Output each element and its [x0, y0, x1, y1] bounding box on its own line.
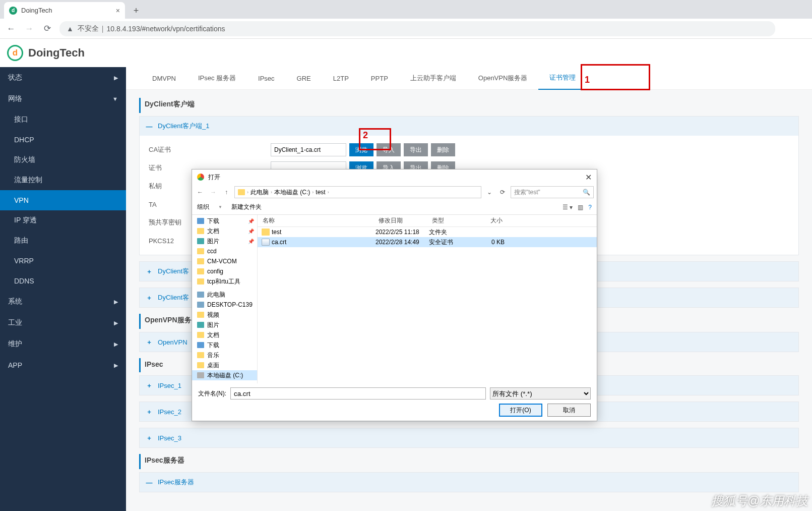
- tree-node[interactable]: 桌面: [192, 360, 257, 370]
- collapse-icon[interactable]: —: [146, 479, 153, 486]
- new-folder-button[interactable]: 新建文件夹: [231, 203, 262, 211]
- tree-node[interactable]: DESKTOP-C139: [192, 300, 257, 310]
- nav-back-icon[interactable]: ←: [195, 189, 205, 196]
- column-headers[interactable]: 名称 修改日期 类型 大小: [258, 215, 597, 227]
- file-date: 2022/2/28 14:49: [376, 239, 429, 246]
- action-button[interactable]: 导出: [404, 143, 428, 156]
- forward-icon[interactable]: →: [23, 24, 35, 34]
- tree-label: 文档: [207, 331, 219, 339]
- browser-tab[interactable]: d DoingTech ×: [4, 2, 125, 19]
- expand-icon[interactable]: +: [146, 294, 153, 302]
- folder-icon: [262, 229, 270, 236]
- sidebar-item[interactable]: VPN: [0, 190, 126, 210]
- breadcrumb-segment[interactable]: 此电脑: [251, 188, 269, 197]
- tree-node[interactable]: config: [192, 266, 257, 276]
- main-tab[interactable]: IPsec 服务器: [187, 67, 247, 90]
- folder-icon: [197, 312, 204, 318]
- tree-node[interactable]: 图片📌: [192, 236, 257, 246]
- url-input[interactable]: ▲ 不安全 | 10.8.4.193/#network/vpn/certific…: [59, 21, 775, 36]
- sidebar-group[interactable]: 系统▶: [0, 291, 126, 312]
- panel-ipsec-server-head[interactable]: — IPsec服务器: [140, 473, 798, 492]
- col-size[interactable]: 大小: [476, 216, 507, 225]
- folder-tree[interactable]: 下载📌文档📌图片📌ccdCM-VCOMconfigtcp和rtu工具此电脑DES…: [192, 215, 258, 383]
- panel-dyclient-1-head[interactable]: — DyClient客户端_1: [140, 117, 798, 136]
- tree-node[interactable]: 图片: [192, 320, 257, 330]
- sidebar-item[interactable]: 防火墙: [0, 150, 126, 170]
- dialog-titlebar: 打开 ✕: [192, 169, 597, 185]
- main-tab[interactable]: OpenVPN服务器: [467, 67, 539, 90]
- file-row[interactable]: test 2022/2/25 11:18 文件夹: [258, 227, 597, 237]
- certificate-icon: [262, 239, 270, 246]
- tree-node[interactable]: 文档: [192, 330, 257, 340]
- path-dropdown-icon[interactable]: ⌄: [484, 189, 494, 196]
- preview-pane-icon[interactable]: ▥: [578, 204, 583, 211]
- col-name[interactable]: 名称: [258, 216, 373, 225]
- tree-node[interactable]: tcp和rtu工具: [192, 276, 257, 287]
- nav-up-icon[interactable]: ↑: [221, 189, 231, 196]
- tree-node[interactable]: 本地磁盘 (C:): [192, 370, 257, 380]
- panel-head[interactable]: +IPsec_3: [140, 428, 798, 447]
- main-tab[interactable]: PPTP: [360, 67, 399, 90]
- file-filter-select[interactable]: 所有文件 (*.*): [490, 387, 591, 400]
- col-type[interactable]: 类型: [427, 216, 476, 225]
- expand-icon[interactable]: +: [146, 268, 153, 275]
- sidebar-group[interactable]: APP▶: [0, 355, 126, 376]
- close-icon[interactable]: ×: [116, 7, 120, 15]
- expand-icon[interactable]: +: [146, 382, 153, 389]
- main-tab[interactable]: 证书管理: [538, 67, 587, 90]
- view-options-icon[interactable]: ☰ ▾: [563, 204, 573, 211]
- main-tab[interactable]: 上云助手客户端: [399, 67, 467, 90]
- filename-input[interactable]: [230, 387, 486, 400]
- sidebar-item[interactable]: 流量控制: [0, 170, 126, 190]
- sidebar-item[interactable]: IP 穿透: [0, 210, 126, 231]
- help-icon[interactable]: ?: [588, 204, 592, 211]
- breadcrumb-path[interactable]: ›此电脑›本地磁盘 (C:)›test›: [234, 186, 481, 198]
- main-tab[interactable]: IPsec: [247, 67, 286, 90]
- expand-icon[interactable]: +: [146, 434, 153, 442]
- file-row[interactable]: ca.crt 2022/2/28 14:49 安全证书 0 KB: [258, 237, 597, 247]
- tree-node[interactable]: CM-VCOM: [192, 256, 257, 266]
- tree-node[interactable]: 文档📌: [192, 226, 257, 236]
- refresh-icon[interactable]: ⟳: [497, 189, 508, 196]
- tree-label: CM-VCOM: [207, 258, 237, 265]
- sidebar-item[interactable]: DHCP: [0, 130, 126, 150]
- new-tab-button[interactable]: +: [129, 4, 143, 18]
- collapse-icon[interactable]: —: [146, 123, 153, 130]
- main-tab[interactable]: DMVPN: [141, 67, 187, 90]
- tree-label: ccd: [207, 248, 217, 255]
- main-tab[interactable]: L2TP: [322, 67, 360, 90]
- nav-forward-icon[interactable]: →: [208, 189, 218, 196]
- reload-icon[interactable]: ⟳: [41, 23, 53, 34]
- col-date[interactable]: 修改日期: [373, 216, 427, 225]
- organize-menu[interactable]: 组织: [197, 203, 209, 211]
- sidebar-item[interactable]: 路由: [0, 231, 126, 251]
- tree-node[interactable]: ccd: [192, 246, 257, 256]
- panel-ipsec: +IPsec_3: [139, 428, 799, 448]
- expand-icon[interactable]: +: [146, 408, 153, 416]
- tree-node[interactable]: 此电脑: [192, 290, 257, 300]
- main-tab[interactable]: GRE: [286, 67, 322, 90]
- tree-node[interactable]: 下载📌: [192, 216, 257, 226]
- sidebar-item[interactable]: 接口: [0, 109, 126, 130]
- search-input[interactable]: 搜索"test" 🔍: [511, 186, 594, 198]
- sidebar-item[interactable]: VRRP: [0, 251, 126, 271]
- cert-path-input[interactable]: [271, 143, 346, 156]
- action-button[interactable]: 删除: [431, 143, 455, 156]
- open-button[interactable]: 打开(O): [499, 404, 542, 417]
- tree-node[interactable]: 视频: [192, 310, 257, 320]
- sidebar-group[interactable]: 工业▶: [0, 312, 126, 333]
- expand-icon[interactable]: +: [146, 338, 153, 346]
- sidebar-group[interactable]: 网络▼: [0, 88, 126, 109]
- breadcrumb-segment[interactable]: 本地磁盘 (C:): [274, 188, 310, 197]
- action-button[interactable]: 浏览: [349, 143, 373, 156]
- back-icon[interactable]: ←: [5, 24, 17, 34]
- breadcrumb-segment[interactable]: test: [316, 189, 325, 196]
- action-button[interactable]: 导入: [377, 143, 401, 156]
- sidebar-group[interactable]: 维护▶: [0, 333, 126, 355]
- sidebar-group[interactable]: 状态▶: [0, 67, 126, 88]
- cancel-button[interactable]: 取消: [547, 404, 591, 417]
- tree-node[interactable]: 下载: [192, 340, 257, 350]
- tree-node[interactable]: 音乐: [192, 350, 257, 360]
- sidebar-item[interactable]: DDNS: [0, 271, 126, 291]
- close-icon[interactable]: ✕: [585, 173, 592, 182]
